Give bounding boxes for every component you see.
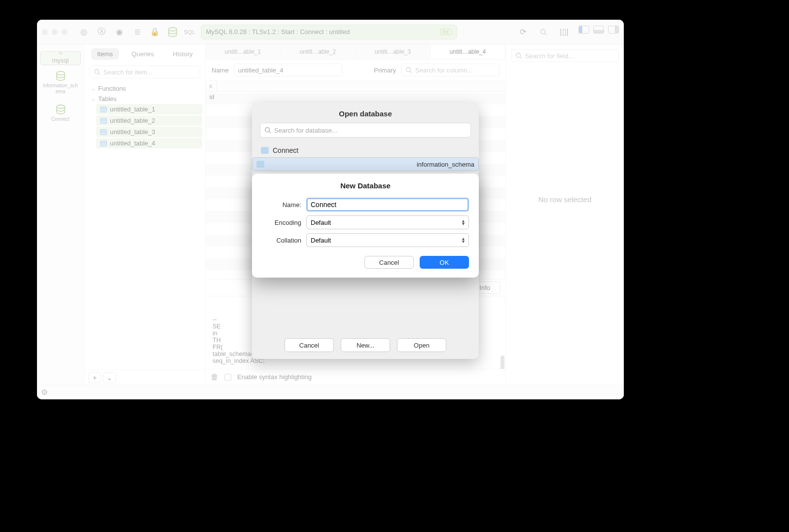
tab-items[interactable]: Items: [91, 48, 119, 60]
collation-label: Collation: [262, 237, 301, 244]
sidebar-tabs: Items Queries History: [84, 44, 205, 64]
nav-item-mysql[interactable]: mysql: [40, 51, 81, 65]
svg-point-10: [516, 53, 521, 58]
editor-tab[interactable]: untitl…able_3: [356, 44, 430, 59]
open-db-search[interactable]: Search for database...: [260, 123, 471, 138]
eye-icon[interactable]: ◉: [113, 26, 126, 38]
svg-point-8: [406, 68, 411, 72]
sql-badge: SQL: [184, 29, 196, 35]
cancel-button[interactable]: Cancel: [364, 256, 414, 269]
lock-icon[interactable]: 🔒: [148, 26, 161, 38]
columns-header[interactable]: c: [206, 81, 505, 92]
loc-badge: loc: [440, 29, 452, 35]
columns-icon[interactable]: |▯|: [558, 26, 571, 38]
table-row[interactable]: id: [206, 92, 505, 104]
group-functions[interactable]: ⌄Functions: [87, 83, 202, 94]
connection-string: MySQL 8.0.28 : TLSv1.2 : Start : Connect…: [206, 28, 350, 35]
table-icon: [100, 106, 107, 112]
table-item[interactable]: untitled_table_2: [96, 115, 202, 126]
gear-icon[interactable]: ⚙: [41, 388, 48, 397]
database-nav: mysql information_schema Connect: [37, 44, 84, 385]
more-button[interactable]: ⌄: [103, 372, 116, 383]
connection-pill[interactable]: MySQL 8.0.28 : TLSv1.2 : Start : Connect…: [201, 25, 457, 39]
left-panel-toggle[interactable]: [578, 26, 589, 34]
nav-item-label: Connect: [51, 116, 70, 122]
field-search[interactable]: Search for field...: [511, 49, 619, 62]
collation-select[interactable]: Default ▴▾: [306, 233, 469, 247]
app-window: ◎ ⓧ ◉ ≣ 🔒 SQL MySQL 8.0.28 : TLSv1.2 : S…: [37, 20, 624, 399]
name-label: Name:: [262, 201, 301, 209]
stop-icon[interactable]: ⓧ: [95, 26, 108, 38]
syntax-label: Enable syntax highlighting: [237, 373, 312, 381]
primary-label: Primary: [374, 67, 396, 74]
table-header-bar: Name untitled_table_4 Primary Search for…: [206, 60, 505, 81]
search-icon[interactable]: [537, 26, 550, 38]
select-arrows-icon: ▴▾: [462, 219, 465, 225]
editor-tab[interactable]: untitl…able_1: [206, 44, 281, 59]
tab-history[interactable]: History: [167, 48, 198, 60]
sidebar-footer: + ⌄: [84, 370, 205, 385]
database-name-input[interactable]: [306, 198, 469, 212]
svg-line-7: [99, 73, 101, 75]
database-icon[interactable]: [166, 26, 179, 38]
svg-point-5: [56, 105, 64, 108]
target-icon[interactable]: ◎: [77, 26, 90, 38]
table-icon: [100, 118, 107, 124]
editor-tab[interactable]: untitl…able_2: [281, 44, 356, 59]
database-list-item[interactable]: information_schema: [252, 157, 479, 171]
editor-tabs: untitl…able_1 untitl…able_2 untitl…able_…: [206, 44, 505, 60]
group-tables[interactable]: ⌄Tables: [87, 94, 202, 104]
syntax-checkbox[interactable]: [224, 374, 231, 381]
nav-item-label: information_schema: [42, 83, 79, 95]
open-db-open-button[interactable]: Open: [397, 338, 446, 352]
console-footer: 🗑 Enable syntax highlighting: [206, 369, 505, 385]
editor-tab[interactable]: untitl…able_4: [430, 44, 505, 59]
encoding-label: Encoding: [262, 219, 301, 226]
svg-point-4: [56, 71, 64, 75]
search-icon: [94, 69, 101, 75]
traffic-lights[interactable]: [42, 29, 68, 35]
open-db-cancel-button[interactable]: Cancel: [285, 338, 334, 352]
chevron-down-icon: ⌄: [91, 96, 95, 102]
nav-item-information-schema[interactable]: information_schema: [40, 67, 81, 99]
database-icon: [256, 161, 264, 168]
ok-button[interactable]: OK: [420, 256, 469, 269]
chevron-down-icon: ⌄: [91, 86, 95, 91]
table-item[interactable]: untitled_table_1: [96, 104, 202, 114]
inspector-empty: No row selected: [506, 195, 624, 204]
nav-item-connect[interactable]: Connect: [40, 101, 81, 126]
sidebar-tree: ⌄Functions ⌄Tables untitled_table_1 unti…: [84, 80, 205, 151]
select-arrows-icon: ▴▾: [462, 237, 465, 243]
align-icon[interactable]: ≣: [131, 26, 143, 38]
trash-icon[interactable]: 🗑: [211, 373, 218, 382]
svg-point-1: [541, 29, 545, 34]
encoding-select[interactable]: Default ▴▾: [306, 215, 469, 229]
sheet-title: Open database: [252, 103, 479, 123]
add-button[interactable]: +: [88, 372, 101, 383]
table-item[interactable]: untitled_table_4: [96, 138, 202, 148]
close-dot[interactable]: [42, 29, 48, 35]
svg-point-0: [169, 27, 177, 31]
table-name-field[interactable]: untitled_table_4: [234, 64, 342, 76]
database-list-item[interactable]: Connect: [252, 143, 479, 157]
open-db-new-button[interactable]: New...: [341, 338, 390, 352]
svg-point-6: [95, 70, 99, 74]
inspector-panel: Search for field... No row selected: [505, 44, 624, 385]
refresh-icon[interactable]: ⟳: [516, 26, 529, 38]
sidebar: Items Queries History Search for item...…: [84, 44, 206, 385]
column-search[interactable]: Search for column...: [401, 64, 500, 76]
right-panel-toggle[interactable]: [608, 26, 619, 34]
modal-title: New Database: [262, 181, 469, 190]
table-item[interactable]: untitled_table_3: [96, 127, 202, 137]
new-database-modal: New Database Name: Encoding Default ▴▾ C…: [252, 174, 479, 278]
bottom-panel-toggle[interactable]: [593, 26, 604, 34]
table-icon: [100, 141, 107, 146]
name-label: Name: [212, 67, 229, 74]
panel-toggles: [578, 26, 619, 38]
sidebar-search[interactable]: Search for item...: [89, 66, 200, 78]
zoom-dot[interactable]: [62, 29, 68, 35]
minimize-dot[interactable]: [52, 29, 58, 35]
tab-queries[interactable]: Queries: [126, 48, 160, 60]
search-icon: [264, 127, 271, 134]
svg-line-11: [520, 57, 522, 59]
